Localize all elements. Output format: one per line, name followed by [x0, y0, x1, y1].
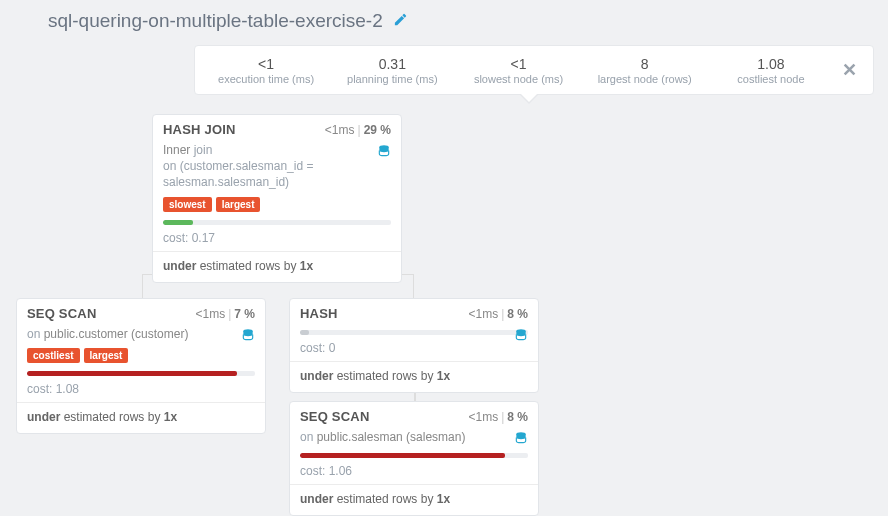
- metric-execution-time: <1 execution time (ms): [203, 56, 329, 85]
- node-title: SEQ SCAN: [300, 409, 370, 424]
- tag-slowest: slowest: [163, 197, 212, 212]
- database-icon[interactable]: [514, 328, 528, 346]
- title-text: sql-quering-on-multiple-table-exercise-2: [48, 10, 383, 32]
- page-title: sql-quering-on-multiple-table-exercise-2: [48, 10, 408, 32]
- metric-costliest-node: 1.08 costliest node: [708, 56, 834, 85]
- summary-bar: <1 execution time (ms) 0.31 planning tim…: [194, 45, 874, 95]
- close-icon[interactable]: ✕: [834, 59, 865, 81]
- tag-largest: largest: [84, 348, 129, 363]
- database-icon[interactable]: [514, 431, 528, 449]
- node-hash-join[interactable]: HASH JOIN <1ms|29 % Inner join on (custo…: [152, 114, 402, 283]
- metric-slowest-node: <1 slowest node (ms): [455, 56, 581, 85]
- bar-track: [300, 453, 528, 458]
- tag-costliest: costliest: [27, 348, 80, 363]
- node-seq-scan-customer[interactable]: SEQ SCAN <1ms|7 % on public.customer (cu…: [16, 298, 266, 434]
- database-icon[interactable]: [241, 328, 255, 346]
- node-title: SEQ SCAN: [27, 306, 97, 321]
- edit-icon[interactable]: [393, 10, 408, 32]
- node-hash[interactable]: HASH <1ms|8 % cost: 0 under estimated ro…: [289, 298, 539, 393]
- bar-track: [27, 371, 255, 376]
- node-title: HASH: [300, 306, 338, 321]
- metric-planning-time: 0.31 planning time (ms): [329, 56, 455, 85]
- database-icon[interactable]: [377, 144, 391, 162]
- metric-largest-node: 8 largest node (rows): [582, 56, 708, 85]
- node-title: HASH JOIN: [163, 122, 236, 137]
- node-seq-scan-salesman[interactable]: SEQ SCAN <1ms|8 % on public.salesman (sa…: [289, 401, 539, 516]
- bar-track: [163, 220, 391, 225]
- tag-largest: largest: [216, 197, 261, 212]
